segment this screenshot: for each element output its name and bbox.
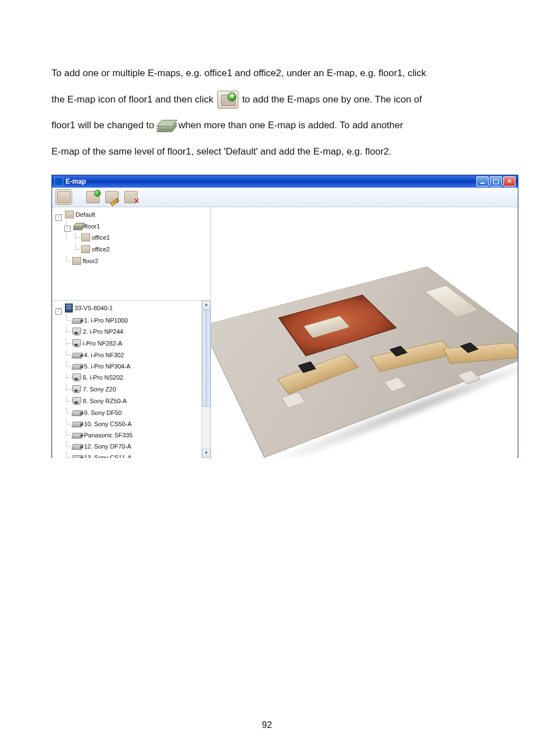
camera-dome-icon xyxy=(72,339,81,347)
tree-label: 5. i-Pro NP304-A xyxy=(84,361,130,371)
tree-node-camera[interactable]: 6. i-Pro NS202 xyxy=(72,372,123,382)
tree-node-camera[interactable]: 2. i-Pro NP244 xyxy=(72,326,123,337)
tree-node-camera[interactable]: 5. i-Pro NP304-A xyxy=(72,361,130,371)
tree-label: i-Pro NF282-A xyxy=(83,338,122,348)
scroll-thumb[interactable] xyxy=(202,310,210,407)
scroll-up-button[interactable]: ▲ xyxy=(202,301,210,310)
camera-box-icon xyxy=(72,364,83,370)
p1a: To add one or multiple E-maps, e.g. offi… xyxy=(51,68,426,78)
tree-node-camera[interactable]: 4. i-Pro NF302 xyxy=(72,350,124,360)
camera-box-icon xyxy=(72,444,83,450)
tree-label: 7. Sony Z20 xyxy=(83,384,116,394)
map-icon xyxy=(81,245,90,253)
tree-node-office1[interactable]: office1 xyxy=(81,232,110,242)
map-stack-icon xyxy=(158,119,175,133)
camera-dome-icon xyxy=(72,385,81,393)
tree-node-camera[interactable]: Panasonic SF335 xyxy=(72,430,133,440)
scrollbar[interactable]: ▲ ▼ xyxy=(202,301,210,458)
tree-label: floor2 xyxy=(83,256,99,266)
window-maximize-button[interactable] xyxy=(490,176,502,186)
server-icon xyxy=(65,304,73,312)
window-close-button[interactable] xyxy=(503,176,516,186)
map-edit-icon xyxy=(105,191,119,203)
doc-body: To add one or multiple E-maps, e.g. offi… xyxy=(51,62,483,164)
tree-label: Panasonic SF335 xyxy=(84,430,133,440)
tree-label: 1. i-Pro NP1000 xyxy=(84,315,128,325)
tree-node-camera[interactable]: i-Pro NF282-A xyxy=(72,338,122,348)
toolbar-add-map-button[interactable] xyxy=(85,189,101,205)
tree-label: 12. Sony DF70-A xyxy=(84,441,131,451)
map-tree[interactable]: - Default - floor1 xyxy=(52,207,210,301)
toolbar-delete-map-button[interactable] xyxy=(123,189,139,205)
tree-node-camera[interactable]: 8. Sony RZ50-A xyxy=(72,396,127,406)
map-stack-icon xyxy=(74,223,83,230)
tree-label: 9. Sony DF50 xyxy=(84,408,121,418)
scroll-down-button[interactable]: ▼ xyxy=(202,449,210,458)
tree-node-camera[interactable]: 1. i-Pro NP1000 xyxy=(72,315,128,325)
window-title: E-map xyxy=(65,178,86,185)
map-viewport[interactable] xyxy=(211,207,518,458)
emap-toolbar xyxy=(52,188,518,207)
tree-label: 10. Sony CS50-A xyxy=(84,419,132,429)
tree-node-server[interactable]: 33-VS-8040-1 xyxy=(65,303,113,313)
tree-node-camera[interactable]: 9. Sony DF50 xyxy=(72,408,121,418)
camera-dome-icon xyxy=(72,397,81,405)
camera-box-icon xyxy=(72,455,83,458)
camera-box-icon xyxy=(72,410,83,416)
tree-label: office1 xyxy=(92,232,110,242)
tree-label: Default xyxy=(76,209,95,220)
p1c: to add the E-maps one by one. The icon o… xyxy=(242,94,422,105)
tree-label: 4. i-Pro NF302 xyxy=(84,350,124,360)
tree-node-default[interactable]: Default xyxy=(65,209,95,220)
device-tree[interactable]: - 33-VS-8040-1 1. i-Pro NP10002. i-Pro N… xyxy=(52,301,210,458)
camera-box-icon xyxy=(72,433,83,438)
camera-box-icon xyxy=(72,422,83,427)
expander[interactable]: - xyxy=(55,214,62,221)
tree-node-camera[interactable]: 7. Sony Z20 xyxy=(72,384,116,394)
map-icon xyxy=(72,257,81,265)
p2b: when more than one E-map is added. To ad… xyxy=(179,120,403,130)
map-icon xyxy=(57,191,71,203)
map-icon xyxy=(65,211,74,218)
camera-dome-icon xyxy=(72,374,81,381)
expander[interactable]: - xyxy=(64,226,71,232)
tree-label: 13. Sony CS11-A xyxy=(84,452,132,458)
map-icon xyxy=(81,234,90,241)
tree-node-camera[interactable]: 12. Sony DF70-A xyxy=(72,441,131,451)
p3: E-map of the same level of floor1, selec… xyxy=(51,146,391,157)
camera-box-icon xyxy=(72,353,83,358)
tree-label: 8. Sony RZ50-A xyxy=(83,396,127,406)
emap-window: E-map xyxy=(51,175,518,458)
window-minimize-button[interactable] xyxy=(476,176,489,186)
tree-node-camera[interactable]: 13. Sony CS11-A xyxy=(72,452,132,458)
map-add-icon xyxy=(86,191,100,203)
window-titlebar[interactable]: E-map xyxy=(52,175,518,188)
map-delete-icon xyxy=(124,191,138,203)
toolbar-edit-map-button[interactable] xyxy=(104,189,120,205)
tree-label: 33-VS-8040-1 xyxy=(74,303,113,313)
app-icon xyxy=(54,177,63,186)
tree-node-camera[interactable]: 10. Sony CS50-A xyxy=(72,419,132,429)
tree-node-floor1[interactable]: floor1 xyxy=(74,221,100,231)
tree-label: floor1 xyxy=(85,221,100,231)
camera-box-icon xyxy=(72,318,83,324)
page-number: 92 xyxy=(0,720,534,730)
tree-node-floor2[interactable]: floor2 xyxy=(72,256,99,266)
add-map-icon xyxy=(217,91,238,109)
expander[interactable]: - xyxy=(55,309,62,315)
toolbar-open-map-button[interactable] xyxy=(55,189,72,205)
tree-node-office2[interactable]: office2 xyxy=(81,244,110,254)
tree-label: 6. i-Pro NS202 xyxy=(83,372,123,382)
camera-dome-icon xyxy=(72,328,81,335)
tree-label: 2. i-Pro NP244 xyxy=(83,326,123,337)
p2a: floor1 will be changed to xyxy=(51,120,157,130)
p1b: the E-map icon of floor1 and then click xyxy=(51,94,216,105)
tree-label: office2 xyxy=(92,244,110,254)
